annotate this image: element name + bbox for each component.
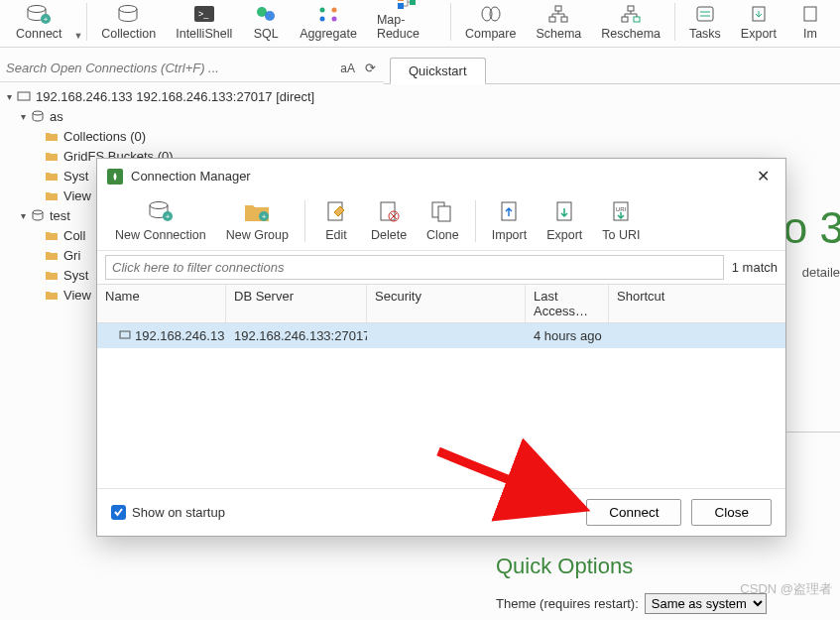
quick-options-heading: Quick Options (496, 554, 767, 579)
new-connection-icon: + (146, 197, 176, 225)
reschema-icon (617, 3, 645, 25)
connect-button[interactable]: + Connect (6, 0, 72, 41)
svg-point-3 (119, 6, 137, 13)
col-dbserver[interactable]: DB Server (226, 285, 367, 322)
folder-icon (44, 268, 60, 282)
import-icon (796, 3, 824, 25)
svg-rect-22 (634, 17, 640, 22)
col-lastaccess[interactable]: Last Access… (526, 285, 609, 322)
connect-dialog-button[interactable]: Connect (586, 499, 681, 526)
export-icon (549, 197, 579, 225)
svg-rect-12 (398, 0, 404, 1)
tab-bar: Quickstart (384, 55, 840, 84)
dialog-toolbar: +New Connection +New Group Edit Delete C… (97, 193, 785, 251)
separator (475, 200, 476, 242)
intellishell-button[interactable]: >_ IntelliShell (166, 0, 242, 41)
aggregate-button[interactable]: Aggregate (290, 0, 367, 41)
to-uri-button[interactable]: URITo URI (592, 197, 650, 242)
clone-button[interactable]: Clone (417, 197, 469, 242)
mapreduce-label: Map-Reduce (377, 13, 436, 41)
svg-point-8 (320, 8, 325, 13)
svg-rect-43 (120, 331, 130, 338)
svg-point-28 (33, 210, 43, 214)
schema-icon (544, 3, 572, 25)
edit-icon (321, 197, 351, 225)
grid-header: Name DB Server Security Last Access… Sho… (97, 284, 785, 323)
folder-icon (44, 248, 60, 262)
import-button[interactable]: Import (482, 197, 537, 242)
reschema-label: Reschema (601, 27, 660, 41)
svg-rect-38 (438, 206, 450, 221)
clone-icon (427, 197, 457, 225)
col-security[interactable]: Security (367, 285, 526, 322)
tasks-icon (691, 3, 719, 25)
connect-dropdown-icon[interactable]: ▼ (74, 31, 83, 41)
compare-label: Compare (465, 27, 516, 41)
separator (450, 3, 451, 41)
main-ribbon: + Connect ▼ Collection >_ IntelliShell S… (0, 0, 840, 48)
svg-rect-13 (398, 3, 404, 9)
filter-row: 1 match (97, 251, 785, 284)
col-name[interactable]: Name (97, 285, 226, 322)
folder-icon (44, 188, 60, 202)
dialog-footer: Show on startup Connect Close (97, 488, 785, 536)
mapreduce-icon (393, 0, 420, 11)
brand-subtitle: detaile (802, 265, 840, 280)
filter-input[interactable] (105, 255, 724, 280)
show-on-startup-checkbox[interactable]: Show on startup (111, 505, 225, 520)
close-dialog-button[interactable]: Close (691, 499, 772, 526)
connection-row[interactable]: 192.168.246.13 192.168.246.133:27017 4 h… (97, 323, 785, 348)
import-button[interactable]: Im (786, 0, 834, 41)
new-connection-button[interactable]: +New Connection (105, 197, 216, 242)
export-tool-button[interactable]: Export (537, 197, 592, 242)
new-group-button[interactable]: +New Group (216, 197, 299, 242)
svg-rect-26 (18, 92, 30, 100)
folder-icon (44, 129, 60, 143)
server-icon (16, 89, 32, 103)
server-icon (119, 328, 131, 343)
svg-point-10 (320, 17, 325, 22)
export-label: Export (741, 27, 777, 41)
separator (86, 3, 87, 41)
app-icon (107, 169, 123, 185)
svg-text:+: + (44, 15, 49, 24)
schema-label: Schema (536, 27, 581, 41)
import-icon (494, 197, 524, 225)
svg-text:>_: >_ (198, 9, 209, 19)
theme-select[interactable]: Same as system (645, 593, 767, 614)
svg-point-9 (332, 8, 337, 13)
checkbox-icon (111, 505, 126, 520)
refresh-icon[interactable]: ⟳ (361, 61, 380, 75)
import-label: Im (803, 27, 817, 41)
compare-button[interactable]: Compare (455, 0, 526, 41)
sql-button[interactable]: SQL (242, 0, 290, 41)
schema-button[interactable]: Schema (526, 0, 591, 41)
collection-icon (115, 3, 143, 25)
connect-icon: + (25, 3, 53, 25)
reschema-button[interactable]: Reschema (591, 0, 670, 41)
connect-label: Connect (16, 27, 62, 41)
tree-connection[interactable]: ▾192.168.246.133 192.168.246.133:27017 [… (2, 86, 382, 106)
mapreduce-button[interactable]: Map-Reduce (367, 0, 446, 41)
close-icon[interactable]: ✕ (751, 165, 776, 187)
tree-collections[interactable]: Collections (0) (2, 126, 382, 146)
col-shortcut[interactable]: Shortcut (609, 285, 785, 322)
intellishell-label: IntelliShell (176, 27, 232, 41)
svg-point-27 (33, 111, 43, 115)
delete-button[interactable]: Delete (361, 197, 417, 242)
svg-point-11 (332, 17, 337, 22)
separator (304, 200, 305, 242)
case-toggle[interactable]: aA (334, 62, 361, 75)
export-button[interactable]: Export (731, 0, 786, 41)
collection-button[interactable]: Collection (91, 0, 166, 41)
svg-rect-20 (628, 6, 634, 11)
edit-button[interactable]: Edit (311, 197, 361, 242)
tab-quickstart[interactable]: Quickstart (390, 58, 486, 84)
svg-rect-14 (410, 0, 416, 5)
svg-point-0 (28, 6, 46, 13)
tasks-button[interactable]: Tasks (679, 0, 731, 41)
search-input[interactable] (4, 57, 334, 79)
folder-icon (44, 228, 60, 242)
tree-db-as[interactable]: ▾as (2, 106, 382, 126)
delete-icon (374, 197, 404, 225)
